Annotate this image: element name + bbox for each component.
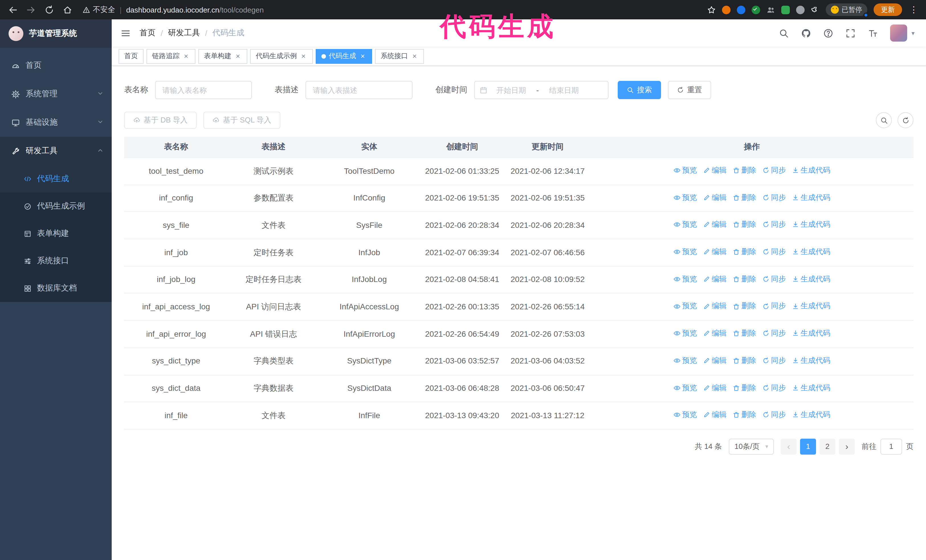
sidebar-item-system[interactable]: 系统管理 <box>0 80 112 108</box>
tab-system-api[interactable]: 系统接口× <box>375 49 424 63</box>
reset-button[interactable]: 重置 <box>668 81 711 99</box>
table-name-input[interactable] <box>155 81 252 99</box>
delete-link[interactable]: 删除 <box>733 220 756 230</box>
next-page-button[interactable]: › <box>839 439 855 454</box>
preview-link[interactable]: 预览 <box>673 328 697 338</box>
tab-codegen[interactable]: 代码生成× <box>316 49 372 63</box>
preview-link[interactable]: 预览 <box>673 165 697 175</box>
toggle-search-button[interactable] <box>876 112 892 128</box>
generate-code-link[interactable]: 生成代码 <box>792 328 830 338</box>
forward-icon[interactable] <box>26 5 36 15</box>
url-text[interactable]: dashboard.yudao.iocoder.cn/tool/codegen <box>126 5 264 14</box>
extensions-puzzle-icon[interactable] <box>811 5 819 14</box>
import-sql-button[interactable]: 基于 SQL 导入 <box>204 112 281 129</box>
edit-link[interactable]: 编辑 <box>703 328 726 338</box>
sidebar-item-infra[interactable]: 基础设施 <box>0 108 112 137</box>
font-size-icon[interactable] <box>868 28 878 38</box>
sidebar-item-devtools[interactable]: 研发工具 <box>0 137 112 165</box>
reload-icon[interactable] <box>44 5 54 15</box>
extension-orange-icon[interactable] <box>722 5 731 14</box>
app-logo[interactable]: 芋道管理系统 <box>0 20 112 48</box>
delete-link[interactable]: 删除 <box>733 247 756 257</box>
edit-link[interactable]: 编辑 <box>703 192 726 202</box>
generate-code-link[interactable]: 生成代码 <box>792 355 830 366</box>
extension-blue-icon[interactable] <box>737 5 745 14</box>
tab-home[interactable]: 首页 <box>118 49 144 63</box>
chrome-update-button[interactable]: 更新 <box>873 3 902 16</box>
browser-menu-icon[interactable]: ⋮ <box>908 5 919 15</box>
edit-link[interactable]: 编辑 <box>703 355 726 366</box>
goto-page-input[interactable] <box>881 439 902 454</box>
sync-link[interactable]: 同步 <box>763 274 786 284</box>
sync-link[interactable]: 同步 <box>763 192 786 202</box>
preview-link[interactable]: 预览 <box>673 220 697 230</box>
tab-form-builder[interactable]: 表单构建× <box>198 49 247 63</box>
tab-tracing[interactable]: 链路追踪× <box>147 49 195 63</box>
github-icon[interactable] <box>802 28 811 38</box>
sidebar-item-codegen-example[interactable]: 代码生成示例 <box>0 193 112 220</box>
preview-link[interactable]: 预览 <box>673 355 697 366</box>
address-bar[interactable]: 不安全 | dashboard.yudao.iocoder.cn/tool/co… <box>83 5 707 15</box>
user-menu[interactable]: ▾ <box>890 24 915 42</box>
preview-link[interactable]: 预览 <box>673 301 697 311</box>
back-icon[interactable] <box>8 5 18 15</box>
generate-code-link[interactable]: 生成代码 <box>792 247 830 257</box>
edit-link[interactable]: 编辑 <box>703 301 726 311</box>
sidebar-item-system-api[interactable]: 系统接口 <box>0 247 112 275</box>
page-size-select[interactable]: 10条/页 ▾ <box>729 439 774 454</box>
delete-link[interactable]: 删除 <box>733 328 756 338</box>
preview-link[interactable]: 预览 <box>673 383 697 393</box>
close-icon[interactable]: × <box>359 53 366 60</box>
date-end-input[interactable] <box>542 85 586 95</box>
delete-link[interactable]: 删除 <box>733 383 756 393</box>
table-desc-input[interactable] <box>306 81 413 99</box>
close-icon[interactable]: × <box>411 53 418 60</box>
sync-link[interactable]: 同步 <box>763 410 786 420</box>
generate-code-link[interactable]: 生成代码 <box>792 274 830 284</box>
delete-link[interactable]: 删除 <box>733 410 756 420</box>
sync-link[interactable]: 同步 <box>763 301 786 311</box>
sync-link[interactable]: 同步 <box>763 328 786 338</box>
edit-link[interactable]: 编辑 <box>703 220 726 230</box>
help-icon[interactable] <box>824 28 834 38</box>
tab-codegen-example[interactable]: 代码生成示例× <box>250 49 313 63</box>
home-icon[interactable] <box>63 5 73 15</box>
edit-link[interactable]: 编辑 <box>703 274 726 284</box>
preview-link[interactable]: 预览 <box>673 274 697 284</box>
generate-code-link[interactable]: 生成代码 <box>792 410 830 420</box>
fullscreen-icon[interactable] <box>846 28 856 38</box>
prev-page-button[interactable]: ‹ <box>781 439 797 454</box>
extension-users-icon[interactable] <box>766 5 775 14</box>
sync-link[interactable]: 同步 <box>763 165 786 175</box>
close-icon[interactable]: × <box>234 53 242 60</box>
close-icon[interactable]: × <box>182 53 190 60</box>
preview-link[interactable]: 预览 <box>673 247 697 257</box>
delete-link[interactable]: 删除 <box>733 165 756 175</box>
import-db-button[interactable]: 基于 DB 导入 <box>124 112 197 129</box>
preview-link[interactable]: 预览 <box>673 410 697 420</box>
extension-check-icon[interactable] <box>752 5 760 14</box>
edit-link[interactable]: 编辑 <box>703 165 726 175</box>
sync-link[interactable]: 同步 <box>763 355 786 366</box>
delete-link[interactable]: 删除 <box>733 301 756 311</box>
refresh-table-button[interactable] <box>897 112 914 128</box>
generate-code-link[interactable]: 生成代码 <box>792 165 830 175</box>
sync-link[interactable]: 同步 <box>763 247 786 257</box>
generate-code-link[interactable]: 生成代码 <box>792 220 830 230</box>
security-warning[interactable]: 不安全 <box>83 5 115 15</box>
generate-code-link[interactable]: 生成代码 <box>792 192 830 202</box>
delete-link[interactable]: 删除 <box>733 355 756 366</box>
sidebar-item-home[interactable]: 首页 <box>0 51 112 80</box>
extension-gray-icon[interactable] <box>796 5 805 14</box>
close-icon[interactable]: × <box>300 53 307 60</box>
delete-link[interactable]: 删除 <box>733 192 756 202</box>
edit-link[interactable]: 编辑 <box>703 383 726 393</box>
generate-code-link[interactable]: 生成代码 <box>792 301 830 311</box>
page-button-2[interactable]: 2 <box>819 439 835 454</box>
preview-link[interactable]: 预览 <box>673 192 697 202</box>
bookmark-star-icon[interactable] <box>707 5 716 14</box>
sync-link[interactable]: 同步 <box>763 220 786 230</box>
sidebar-item-form-builder[interactable]: 表单构建 <box>0 220 112 247</box>
extension-green-icon[interactable] <box>781 5 790 14</box>
hamburger-icon[interactable] <box>112 28 139 38</box>
